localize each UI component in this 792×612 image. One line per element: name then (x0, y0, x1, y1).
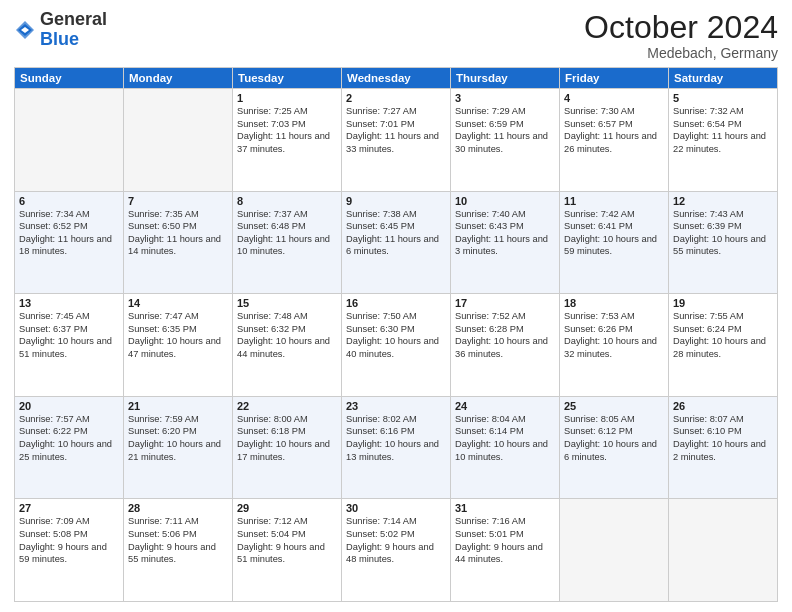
calendar-cell: 25Sunrise: 8:05 AM Sunset: 6:12 PM Dayli… (560, 396, 669, 499)
day-number: 7 (128, 195, 228, 207)
day-info: Sunrise: 7:11 AM Sunset: 5:06 PM Dayligh… (128, 515, 228, 565)
day-info: Sunrise: 7:47 AM Sunset: 6:35 PM Dayligh… (128, 310, 228, 360)
calendar-cell: 5Sunrise: 7:32 AM Sunset: 6:54 PM Daylig… (669, 89, 778, 192)
logo: General Blue (14, 10, 107, 50)
logo-icon (14, 19, 36, 41)
day-number: 25 (564, 400, 664, 412)
calendar-week-3: 13Sunrise: 7:45 AM Sunset: 6:37 PM Dayli… (15, 294, 778, 397)
day-info: Sunrise: 7:27 AM Sunset: 7:01 PM Dayligh… (346, 105, 446, 155)
day-info: Sunrise: 7:34 AM Sunset: 6:52 PM Dayligh… (19, 208, 119, 258)
calendar-week-2: 6Sunrise: 7:34 AM Sunset: 6:52 PM Daylig… (15, 191, 778, 294)
day-number: 15 (237, 297, 337, 309)
day-info: Sunrise: 7:52 AM Sunset: 6:28 PM Dayligh… (455, 310, 555, 360)
calendar-cell: 10Sunrise: 7:40 AM Sunset: 6:43 PM Dayli… (451, 191, 560, 294)
day-number: 21 (128, 400, 228, 412)
day-number: 6 (19, 195, 119, 207)
day-number: 27 (19, 502, 119, 514)
calendar-cell: 17Sunrise: 7:52 AM Sunset: 6:28 PM Dayli… (451, 294, 560, 397)
header: General Blue October 2024 Medebach, Germ… (14, 10, 778, 61)
day-info: Sunrise: 7:25 AM Sunset: 7:03 PM Dayligh… (237, 105, 337, 155)
day-number: 12 (673, 195, 773, 207)
calendar-cell: 16Sunrise: 7:50 AM Sunset: 6:30 PM Dayli… (342, 294, 451, 397)
day-number: 2 (346, 92, 446, 104)
day-number: 31 (455, 502, 555, 514)
day-number: 13 (19, 297, 119, 309)
calendar-cell: 26Sunrise: 8:07 AM Sunset: 6:10 PM Dayli… (669, 396, 778, 499)
day-info: Sunrise: 7:12 AM Sunset: 5:04 PM Dayligh… (237, 515, 337, 565)
calendar-cell (560, 499, 669, 602)
calendar-cell: 21Sunrise: 7:59 AM Sunset: 6:20 PM Dayli… (124, 396, 233, 499)
day-number: 18 (564, 297, 664, 309)
day-info: Sunrise: 7:42 AM Sunset: 6:41 PM Dayligh… (564, 208, 664, 258)
calendar-cell: 3Sunrise: 7:29 AM Sunset: 6:59 PM Daylig… (451, 89, 560, 192)
day-number: 29 (237, 502, 337, 514)
calendar-cell: 22Sunrise: 8:00 AM Sunset: 6:18 PM Dayli… (233, 396, 342, 499)
day-number: 22 (237, 400, 337, 412)
day-number: 17 (455, 297, 555, 309)
calendar-cell: 6Sunrise: 7:34 AM Sunset: 6:52 PM Daylig… (15, 191, 124, 294)
calendar-cell: 15Sunrise: 7:48 AM Sunset: 6:32 PM Dayli… (233, 294, 342, 397)
col-thursday: Thursday (451, 68, 560, 89)
calendar-cell: 12Sunrise: 7:43 AM Sunset: 6:39 PM Dayli… (669, 191, 778, 294)
day-number: 16 (346, 297, 446, 309)
calendar-cell: 27Sunrise: 7:09 AM Sunset: 5:08 PM Dayli… (15, 499, 124, 602)
calendar: Sunday Monday Tuesday Wednesday Thursday… (14, 67, 778, 602)
calendar-cell (124, 89, 233, 192)
day-info: Sunrise: 8:00 AM Sunset: 6:18 PM Dayligh… (237, 413, 337, 463)
calendar-cell: 11Sunrise: 7:42 AM Sunset: 6:41 PM Dayli… (560, 191, 669, 294)
day-number: 20 (19, 400, 119, 412)
day-number: 3 (455, 92, 555, 104)
day-info: Sunrise: 8:02 AM Sunset: 6:16 PM Dayligh… (346, 413, 446, 463)
calendar-cell: 4Sunrise: 7:30 AM Sunset: 6:57 PM Daylig… (560, 89, 669, 192)
day-info: Sunrise: 7:29 AM Sunset: 6:59 PM Dayligh… (455, 105, 555, 155)
calendar-cell: 8Sunrise: 7:37 AM Sunset: 6:48 PM Daylig… (233, 191, 342, 294)
day-info: Sunrise: 7:55 AM Sunset: 6:24 PM Dayligh… (673, 310, 773, 360)
col-tuesday: Tuesday (233, 68, 342, 89)
day-number: 19 (673, 297, 773, 309)
col-wednesday: Wednesday (342, 68, 451, 89)
col-sunday: Sunday (15, 68, 124, 89)
day-info: Sunrise: 7:30 AM Sunset: 6:57 PM Dayligh… (564, 105, 664, 155)
calendar-cell: 20Sunrise: 7:57 AM Sunset: 6:22 PM Dayli… (15, 396, 124, 499)
col-friday: Friday (560, 68, 669, 89)
day-number: 14 (128, 297, 228, 309)
day-number: 5 (673, 92, 773, 104)
logo-general: General (40, 9, 107, 29)
calendar-cell (669, 499, 778, 602)
day-info: Sunrise: 7:57 AM Sunset: 6:22 PM Dayligh… (19, 413, 119, 463)
calendar-cell: 23Sunrise: 8:02 AM Sunset: 6:16 PM Dayli… (342, 396, 451, 499)
calendar-cell: 19Sunrise: 7:55 AM Sunset: 6:24 PM Dayli… (669, 294, 778, 397)
day-info: Sunrise: 7:37 AM Sunset: 6:48 PM Dayligh… (237, 208, 337, 258)
calendar-cell: 24Sunrise: 8:04 AM Sunset: 6:14 PM Dayli… (451, 396, 560, 499)
day-info: Sunrise: 7:45 AM Sunset: 6:37 PM Dayligh… (19, 310, 119, 360)
calendar-week-5: 27Sunrise: 7:09 AM Sunset: 5:08 PM Dayli… (15, 499, 778, 602)
day-info: Sunrise: 7:38 AM Sunset: 6:45 PM Dayligh… (346, 208, 446, 258)
day-info: Sunrise: 7:14 AM Sunset: 5:02 PM Dayligh… (346, 515, 446, 565)
day-number: 10 (455, 195, 555, 207)
page: General Blue October 2024 Medebach, Germ… (0, 0, 792, 612)
day-number: 8 (237, 195, 337, 207)
calendar-cell: 18Sunrise: 7:53 AM Sunset: 6:26 PM Dayli… (560, 294, 669, 397)
day-info: Sunrise: 7:35 AM Sunset: 6:50 PM Dayligh… (128, 208, 228, 258)
col-saturday: Saturday (669, 68, 778, 89)
calendar-cell: 13Sunrise: 7:45 AM Sunset: 6:37 PM Dayli… (15, 294, 124, 397)
calendar-cell: 30Sunrise: 7:14 AM Sunset: 5:02 PM Dayli… (342, 499, 451, 602)
day-info: Sunrise: 7:48 AM Sunset: 6:32 PM Dayligh… (237, 310, 337, 360)
calendar-week-4: 20Sunrise: 7:57 AM Sunset: 6:22 PM Dayli… (15, 396, 778, 499)
day-info: Sunrise: 7:43 AM Sunset: 6:39 PM Dayligh… (673, 208, 773, 258)
day-number: 23 (346, 400, 446, 412)
calendar-cell: 31Sunrise: 7:16 AM Sunset: 5:01 PM Dayli… (451, 499, 560, 602)
logo-text: General Blue (40, 10, 107, 50)
day-number: 24 (455, 400, 555, 412)
day-info: Sunrise: 8:07 AM Sunset: 6:10 PM Dayligh… (673, 413, 773, 463)
day-number: 11 (564, 195, 664, 207)
day-number: 26 (673, 400, 773, 412)
calendar-cell: 9Sunrise: 7:38 AM Sunset: 6:45 PM Daylig… (342, 191, 451, 294)
day-number: 28 (128, 502, 228, 514)
calendar-cell: 1Sunrise: 7:25 AM Sunset: 7:03 PM Daylig… (233, 89, 342, 192)
calendar-cell (15, 89, 124, 192)
calendar-cell: 7Sunrise: 7:35 AM Sunset: 6:50 PM Daylig… (124, 191, 233, 294)
day-info: Sunrise: 8:04 AM Sunset: 6:14 PM Dayligh… (455, 413, 555, 463)
logo-blue: Blue (40, 29, 79, 49)
calendar-cell: 28Sunrise: 7:11 AM Sunset: 5:06 PM Dayli… (124, 499, 233, 602)
